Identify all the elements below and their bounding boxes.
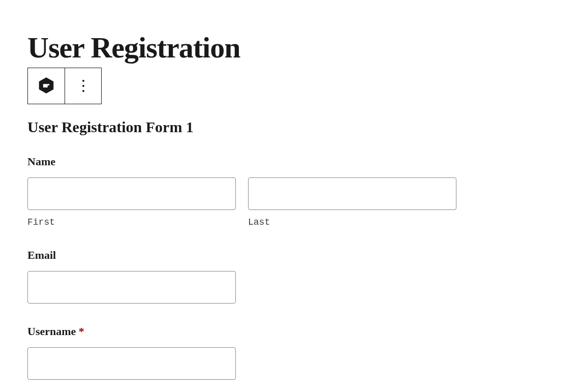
first-name-input[interactable] — [27, 177, 236, 210]
gravity-forms-block-button[interactable] — [28, 68, 65, 104]
last-name-sublabel: Last — [248, 217, 456, 227]
username-field: Username * — [27, 325, 556, 380]
email-field: Email — [27, 249, 556, 304]
block-toolbar — [27, 68, 102, 104]
page-title: User Registration — [27, 31, 556, 65]
required-marker: * — [79, 325, 84, 338]
email-input[interactable] — [27, 271, 236, 304]
name-label: Name — [27, 155, 556, 168]
first-name-sublabel: First — [27, 217, 236, 227]
form-title: User Registration Form 1 — [27, 118, 556, 136]
more-options-button[interactable] — [65, 68, 101, 104]
hexagon-g-icon — [38, 77, 55, 96]
last-name-input[interactable] — [248, 177, 456, 210]
more-vertical-icon — [82, 80, 84, 92]
username-input[interactable] — [27, 347, 236, 380]
email-label: Email — [27, 249, 556, 262]
name-field: Name First Last — [27, 155, 556, 227]
username-label: Username * — [27, 325, 556, 338]
username-label-text: Username — [27, 325, 79, 338]
